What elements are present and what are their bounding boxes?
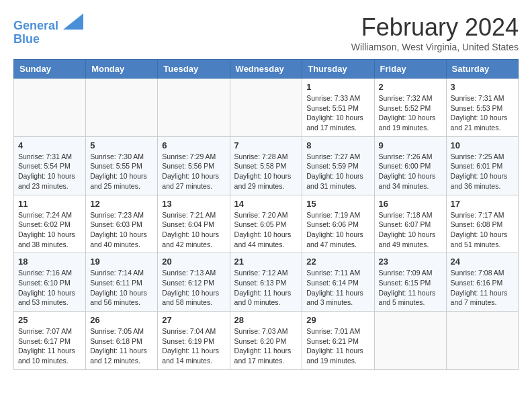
- day-number: 29: [306, 315, 369, 325]
- month-title: February 2024: [351, 13, 519, 42]
- header-day: Saturday: [446, 60, 518, 79]
- calendar-cell: [446, 312, 518, 370]
- calendar-cell: [230, 79, 302, 137]
- day-number: 12: [90, 199, 153, 209]
- day-info: Sunrise: 7:23 AM Sunset: 6:03 PM Dayligh…: [90, 210, 153, 250]
- calendar-body: 1Sunrise: 7:33 AM Sunset: 5:51 PM Daylig…: [14, 79, 519, 370]
- calendar-cell: [374, 312, 446, 370]
- header-row: SundayMondayTuesdayWednesdayThursdayFrid…: [14, 60, 519, 79]
- day-info: Sunrise: 7:30 AM Sunset: 5:55 PM Dayligh…: [90, 152, 153, 191]
- calendar-cell: [14, 79, 86, 137]
- calendar-cell: 28Sunrise: 7:03 AM Sunset: 6:20 PM Dayli…: [230, 312, 302, 370]
- day-info: Sunrise: 7:09 AM Sunset: 6:15 PM Dayligh…: [379, 268, 442, 308]
- logo-general: General: [13, 19, 58, 32]
- calendar-cell: 17Sunrise: 7:17 AM Sunset: 6:08 PM Dayli…: [446, 195, 518, 253]
- calendar-cell: 11Sunrise: 7:24 AM Sunset: 6:02 PM Dayli…: [14, 195, 86, 253]
- calendar-cell: 9Sunrise: 7:26 AM Sunset: 6:00 PM Daylig…: [374, 136, 446, 195]
- calendar-cell: 13Sunrise: 7:21 AM Sunset: 6:04 PM Dayli…: [158, 195, 230, 253]
- day-info: Sunrise: 7:12 AM Sunset: 6:13 PM Dayligh…: [234, 268, 298, 308]
- day-number: 13: [162, 199, 225, 209]
- day-info: Sunrise: 7:11 AM Sunset: 6:14 PM Dayligh…: [306, 268, 369, 308]
- day-number: 23: [379, 257, 442, 267]
- calendar-table: SundayMondayTuesdayWednesdayThursdayFrid…: [13, 59, 519, 370]
- header-day: Sunday: [14, 60, 86, 79]
- calendar-cell: 5Sunrise: 7:30 AM Sunset: 5:55 PM Daylig…: [86, 136, 158, 195]
- calendar-week: 18Sunrise: 7:16 AM Sunset: 6:10 PM Dayli…: [14, 253, 519, 312]
- day-number: 6: [162, 140, 225, 150]
- day-info: Sunrise: 7:17 AM Sunset: 6:08 PM Dayligh…: [451, 210, 514, 250]
- day-info: Sunrise: 7:33 AM Sunset: 5:51 PM Dayligh…: [306, 93, 369, 133]
- calendar-cell: 10Sunrise: 7:25 AM Sunset: 6:01 PM Dayli…: [446, 136, 518, 195]
- day-number: 15: [306, 199, 369, 209]
- logo-text: General: [13, 13, 83, 33]
- day-number: 8: [306, 140, 369, 150]
- calendar-week: 1Sunrise: 7:33 AM Sunset: 5:51 PM Daylig…: [14, 79, 519, 137]
- header-day: Monday: [86, 60, 158, 79]
- calendar-cell: 12Sunrise: 7:23 AM Sunset: 6:03 PM Dayli…: [86, 195, 158, 253]
- header-day: Friday: [374, 60, 446, 79]
- day-number: 18: [18, 257, 81, 267]
- day-number: 11: [18, 199, 81, 209]
- day-number: 1: [306, 82, 369, 92]
- calendar-cell: 16Sunrise: 7:18 AM Sunset: 6:07 PM Dayli…: [374, 195, 446, 253]
- day-info: Sunrise: 7:05 AM Sunset: 6:18 PM Dayligh…: [90, 326, 153, 366]
- day-number: 5: [90, 140, 153, 150]
- header-day: Tuesday: [158, 60, 230, 79]
- day-number: 10: [451, 140, 514, 150]
- day-info: Sunrise: 7:28 AM Sunset: 5:58 PM Dayligh…: [234, 152, 298, 191]
- logo-icon: [63, 13, 83, 30]
- day-number: 20: [162, 257, 225, 267]
- calendar-cell: 2Sunrise: 7:32 AM Sunset: 5:52 PM Daylig…: [374, 79, 446, 137]
- calendar-cell: [158, 79, 230, 137]
- day-number: 9: [379, 140, 442, 150]
- calendar-cell: 1Sunrise: 7:33 AM Sunset: 5:51 PM Daylig…: [302, 79, 374, 137]
- logo-blue: Blue: [13, 33, 83, 46]
- day-info: Sunrise: 7:26 AM Sunset: 6:00 PM Dayligh…: [379, 152, 442, 191]
- logo: General Blue: [13, 13, 83, 46]
- svg-marker-0: [63, 13, 83, 30]
- day-info: Sunrise: 7:19 AM Sunset: 6:06 PM Dayligh…: [306, 210, 369, 250]
- day-info: Sunrise: 7:13 AM Sunset: 6:12 PM Dayligh…: [162, 268, 225, 308]
- calendar-week: 25Sunrise: 7:07 AM Sunset: 6:17 PM Dayli…: [14, 312, 519, 370]
- calendar-cell: 24Sunrise: 7:08 AM Sunset: 6:16 PM Dayli…: [446, 253, 518, 312]
- day-info: Sunrise: 7:32 AM Sunset: 5:52 PM Dayligh…: [379, 93, 442, 133]
- day-info: Sunrise: 7:20 AM Sunset: 6:05 PM Dayligh…: [234, 210, 298, 250]
- day-number: 26: [90, 315, 153, 325]
- day-info: Sunrise: 7:31 AM Sunset: 5:53 PM Dayligh…: [451, 93, 514, 133]
- calendar-cell: 15Sunrise: 7:19 AM Sunset: 6:06 PM Dayli…: [302, 195, 374, 253]
- day-info: Sunrise: 7:29 AM Sunset: 5:56 PM Dayligh…: [162, 152, 225, 191]
- calendar-cell: 3Sunrise: 7:31 AM Sunset: 5:53 PM Daylig…: [446, 79, 518, 137]
- calendar-week: 4Sunrise: 7:31 AM Sunset: 5:54 PM Daylig…: [14, 136, 519, 195]
- page-header: General Blue February 2024 Williamson, W…: [13, 13, 519, 52]
- day-info: Sunrise: 7:01 AM Sunset: 6:21 PM Dayligh…: [306, 326, 369, 366]
- day-number: 2: [379, 82, 442, 92]
- day-number: 4: [18, 140, 81, 150]
- day-info: Sunrise: 7:04 AM Sunset: 6:19 PM Dayligh…: [162, 326, 225, 366]
- day-info: Sunrise: 7:25 AM Sunset: 6:01 PM Dayligh…: [451, 152, 514, 191]
- day-number: 21: [234, 257, 298, 267]
- day-info: Sunrise: 7:24 AM Sunset: 6:02 PM Dayligh…: [18, 210, 81, 250]
- day-number: 19: [90, 257, 153, 267]
- header-day: Thursday: [302, 60, 374, 79]
- day-number: 3: [451, 82, 514, 92]
- day-info: Sunrise: 7:27 AM Sunset: 5:59 PM Dayligh…: [306, 152, 369, 191]
- calendar-cell: [86, 79, 158, 137]
- day-info: Sunrise: 7:16 AM Sunset: 6:10 PM Dayligh…: [18, 268, 81, 308]
- day-number: 17: [451, 199, 514, 209]
- calendar-cell: 23Sunrise: 7:09 AM Sunset: 6:15 PM Dayli…: [374, 253, 446, 312]
- calendar-cell: 4Sunrise: 7:31 AM Sunset: 5:54 PM Daylig…: [14, 136, 86, 195]
- calendar-cell: 20Sunrise: 7:13 AM Sunset: 6:12 PM Dayli…: [158, 253, 230, 312]
- calendar-cell: 25Sunrise: 7:07 AM Sunset: 6:17 PM Dayli…: [14, 312, 86, 370]
- title-block: February 2024 Williamson, West Virginia,…: [351, 13, 519, 52]
- calendar-cell: 6Sunrise: 7:29 AM Sunset: 5:56 PM Daylig…: [158, 136, 230, 195]
- calendar-cell: 18Sunrise: 7:16 AM Sunset: 6:10 PM Dayli…: [14, 253, 86, 312]
- calendar-header: SundayMondayTuesdayWednesdayThursdayFrid…: [14, 60, 519, 79]
- calendar-cell: 27Sunrise: 7:04 AM Sunset: 6:19 PM Dayli…: [158, 312, 230, 370]
- calendar-cell: 26Sunrise: 7:05 AM Sunset: 6:18 PM Dayli…: [86, 312, 158, 370]
- day-number: 7: [234, 140, 298, 150]
- calendar-week: 11Sunrise: 7:24 AM Sunset: 6:02 PM Dayli…: [14, 195, 519, 253]
- day-info: Sunrise: 7:08 AM Sunset: 6:16 PM Dayligh…: [451, 268, 514, 308]
- day-info: Sunrise: 7:21 AM Sunset: 6:04 PM Dayligh…: [162, 210, 225, 250]
- day-number: 25: [18, 315, 81, 325]
- calendar-cell: 14Sunrise: 7:20 AM Sunset: 6:05 PM Dayli…: [230, 195, 302, 253]
